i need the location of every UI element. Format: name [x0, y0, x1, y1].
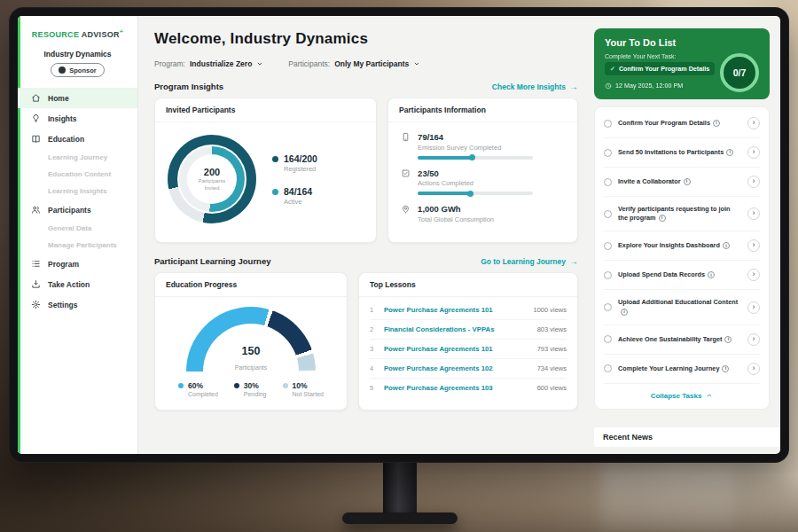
card-title: Invited Participants	[155, 98, 376, 122]
dashboard-screen: RESOURCE ADVISOR+ Industry Dynamics Spon…	[18, 16, 780, 454]
global-consumption-value: 1,000 GWh	[418, 204, 494, 214]
next-task-pill[interactable]: ✓ Confirm Your Program Details	[605, 62, 715, 75]
emission-survey-value: 79/164	[418, 132, 533, 142]
program-insights-header: Program Insights Check More Insights →	[154, 82, 578, 91]
checklist-icon	[401, 168, 411, 178]
education-progress-gauge-chart: 150 Participants	[186, 307, 316, 373]
participants-information-card: Participants Information 79/164 Emission…	[387, 98, 578, 243]
chevron-right-icon[interactable]: ›	[747, 176, 760, 188]
actions-completed-row: 23/50 Actions Completed	[401, 168, 565, 196]
chevron-right-icon[interactable]: ›	[747, 207, 760, 220]
task-checkbox[interactable]	[604, 178, 612, 186]
info-icon[interactable]: i	[723, 242, 730, 249]
legend-item-registered: 164/200 Registered	[272, 153, 317, 173]
program-filter-label: Program:	[154, 59, 185, 68]
check-more-insights-link[interactable]: Check More Insights →	[492, 82, 578, 91]
pending-value: 30%	[244, 381, 267, 390]
task-checkbox[interactable]	[604, 242, 612, 250]
info-icon[interactable]: i	[726, 149, 733, 156]
home-icon	[31, 93, 41, 103]
top-lessons-list: 1 Power Purchase Agreements 101 1000 vie…	[359, 297, 577, 401]
sidebar-item-program[interactable]: Program	[18, 254, 137, 274]
program-dropdown[interactable]: Program: Industrialize Zero	[154, 59, 263, 68]
chevron-right-icon[interactable]: ›	[747, 333, 760, 346]
info-icon[interactable]: i	[722, 365, 729, 372]
gauge-center-label: Participants	[235, 364, 268, 371]
info-icon[interactable]: i	[724, 336, 732, 343]
task-checkbox[interactable]	[604, 364, 612, 372]
task-checkbox[interactable]	[604, 303, 612, 311]
legend-item-pending: 30% Pending	[234, 381, 267, 397]
task-row-invite-collaborator[interactable]: Invite a Collaboratori ›	[604, 168, 760, 197]
sidebar: RESOURCE ADVISOR+ Industry Dynamics Spon…	[18, 16, 138, 454]
participants-dropdown[interactable]: Participants: Only My Participants	[288, 59, 420, 68]
task-checkbox[interactable]	[604, 210, 612, 218]
task-row-achieve-sustainability-target[interactable]: Achieve One Sustainability Targeti ›	[604, 325, 760, 355]
lesson-rank: 3	[370, 345, 377, 353]
task-checkbox[interactable]	[604, 120, 612, 128]
task-label: Complete Your Learning Journey	[618, 364, 719, 372]
info-icon[interactable]: i	[713, 120, 720, 127]
clock-icon	[605, 82, 612, 90]
chevron-up-icon	[706, 392, 713, 399]
sidebar-item-education-content[interactable]: Education Content	[18, 166, 137, 183]
info-icon[interactable]: i	[659, 215, 666, 222]
info-icon[interactable]: i	[708, 271, 715, 278]
sidebar-item-home[interactable]: Home	[18, 88, 137, 108]
background-photo: RESOURCE ADVISOR+ Industry Dynamics Spon…	[0, 0, 798, 532]
task-row-confirm-program[interactable]: Confirm Your Program Detailsi ›	[604, 109, 760, 138]
chevron-right-icon[interactable]: ›	[747, 269, 760, 281]
task-checkbox[interactable]	[604, 271, 612, 279]
logo-advisor: ADVISOR	[82, 30, 120, 39]
sidebar-item-manage-participants[interactable]: Manage Participants	[18, 237, 137, 254]
sidebar-item-insights[interactable]: Insights	[18, 108, 137, 129]
chevron-right-icon[interactable]: ›	[747, 117, 760, 129]
registered-label: Registered	[284, 165, 317, 173]
arrow-right-icon: →	[569, 256, 578, 266]
sidebar-item-participants[interactable]: Participants	[18, 200, 137, 220]
task-row-send-invitations[interactable]: Send 50 Invitations to Participantsi ›	[604, 138, 760, 168]
survey-device-icon	[401, 132, 411, 142]
sidebar-item-take-action[interactable]: Take Action	[18, 274, 137, 294]
lesson-link[interactable]: Power Purchase Agreements 101	[384, 345, 530, 353]
recent-news-header: Recent News	[594, 427, 780, 447]
lesson-row: 3 Power Purchase Agreements 101 793 view…	[370, 340, 567, 359]
task-checkbox[interactable]	[604, 335, 612, 343]
task-row-upload-educational-content[interactable]: Upload Additional Educational Contenti ›	[604, 290, 760, 325]
task-row-explore-insights[interactable]: Explore Your Insights Dashboardi ›	[604, 231, 760, 261]
info-icon[interactable]: i	[621, 309, 628, 316]
active-legend-dot	[272, 189, 278, 195]
actions-completed-label: Actions Completed	[418, 179, 533, 187]
sidebar-item-learning-insights[interactable]: Learning Insights	[18, 183, 137, 200]
lesson-link[interactable]: Power Purchase Agreements 102	[384, 364, 530, 372]
chevron-right-icon[interactable]: ›	[747, 363, 760, 375]
collapse-tasks-link[interactable]: Collapse Tasks	[604, 384, 760, 407]
lesson-link[interactable]: Power Purchase Agreements 103	[384, 384, 530, 392]
active-label: Active	[284, 198, 312, 206]
go-to-learning-journey-link[interactable]: Go to Learning Journey →	[481, 256, 578, 266]
chevron-right-icon[interactable]: ›	[747, 301, 760, 314]
sidebar-item-general-data[interactable]: General Data	[18, 220, 137, 237]
sidebar-item-education[interactable]: Education	[18, 129, 137, 149]
lesson-views: 803 views	[537, 325, 567, 333]
task-row-complete-learning-journey[interactable]: Complete Your Learning Journeyi ›	[604, 355, 760, 384]
lesson-link[interactable]: Financial Considerations - VPPAs	[384, 325, 530, 333]
task-row-verify-participants[interactable]: Verify participants requesting to join t…	[604, 197, 760, 231]
lesson-link[interactable]: Power Purchase Agreements 101	[384, 306, 527, 314]
gauge-center: 150 Participants	[186, 345, 316, 373]
chevron-right-icon[interactable]: ›	[747, 146, 760, 159]
task-checkbox[interactable]	[604, 149, 612, 157]
not-started-value: 10%	[293, 381, 324, 390]
task-row-upload-spend-data[interactable]: Upload Spend Data Recordsi ›	[604, 261, 760, 290]
sidebar-item-settings[interactable]: Settings	[18, 294, 137, 315]
invited-card-body: 200 Participants Invited 164/200 Registe	[155, 122, 376, 236]
due-date-label: 12 May 2025, 12:00 PM	[615, 82, 683, 90]
lesson-views: 793 views	[537, 345, 567, 353]
info-icon[interactable]: i	[684, 178, 691, 185]
sidebar-item-learning-journey[interactable]: Learning Journey	[18, 149, 137, 166]
chevron-right-icon[interactable]: ›	[747, 239, 760, 252]
card-title: Top Lessons	[359, 273, 577, 297]
registered-legend-dot	[272, 156, 278, 162]
book-icon	[31, 134, 41, 144]
progress-fill	[418, 156, 473, 160]
